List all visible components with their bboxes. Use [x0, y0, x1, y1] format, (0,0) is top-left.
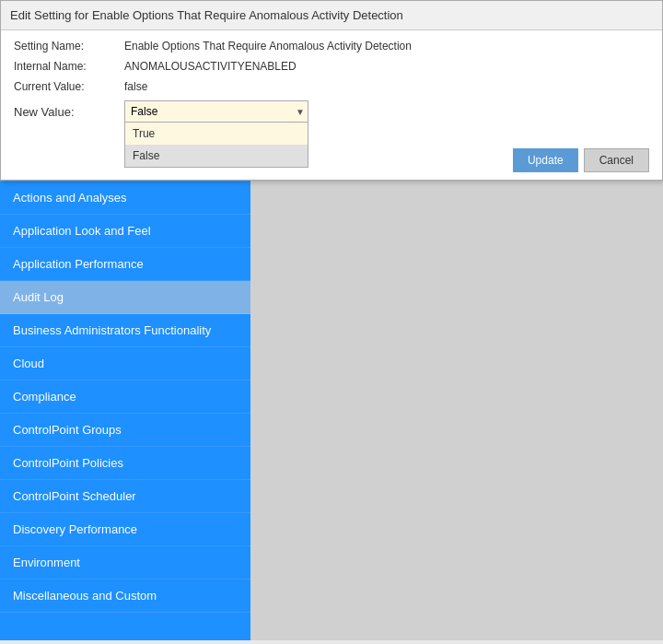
sidebar-item-audit-log[interactable]: Audit Log	[0, 281, 250, 314]
sidebar-item-misc[interactable]: Miscellaneous and Custom	[0, 580, 250, 613]
new-value-dropdown-container[interactable]: False True ▼ True False	[250, 120, 308, 123]
content-background	[250, 158, 663, 640]
sidebar-item-cloud[interactable]: Cloud	[0, 347, 250, 381]
sidebar-item-environment[interactable]: Environment	[0, 546, 250, 580]
sidebar-item-discovery-performance[interactable]: Discovery Performance	[0, 513, 250, 546]
dialog-new-value-row: New Value: False True ▼ True	[250, 120, 649, 123]
content-area: Snow Orly Snow Internal Setting Name Val…	[250, 120, 663, 640]
dialog-button-row: Update Cancel	[250, 141, 662, 180]
dropdown-open-list[interactable]: True False	[250, 123, 308, 168]
sidebar: Select a Category to filter by: Show All…	[0, 120, 250, 640]
main-layout: Select a Category to filter by: Show All…	[0, 120, 663, 640]
sidebar-item-app-performance[interactable]: Application Performance	[0, 248, 250, 281]
update-button[interactable]: Update	[513, 148, 578, 172]
sidebar-item-cp-scheduler[interactable]: ControlPoint Scheduler	[0, 480, 250, 513]
dropdown-false-option[interactable]: False	[250, 145, 308, 167]
sidebar-item-actions[interactable]: Actions and Analyses	[0, 181, 250, 215]
edit-dialog: Edit Setting for Enable Options That Req…	[250, 120, 663, 181]
sidebar-item-look-feel[interactable]: Application Look and Feel	[0, 215, 250, 248]
sidebar-item-business-admin[interactable]: Business Administrators Functionality	[0, 314, 250, 347]
sidebar-item-compliance[interactable]: Compliance	[0, 381, 250, 414]
dialog-body: Setting Name: Enable Options That Requir…	[250, 120, 662, 141]
sidebar-item-cp-policies[interactable]: ControlPoint Policies	[0, 447, 250, 480]
cancel-button[interactable]: Cancel	[584, 148, 649, 172]
sidebar-item-cp-groups[interactable]: ControlPoint Groups	[0, 414, 250, 447]
dropdown-true-option[interactable]: True	[250, 123, 308, 145]
